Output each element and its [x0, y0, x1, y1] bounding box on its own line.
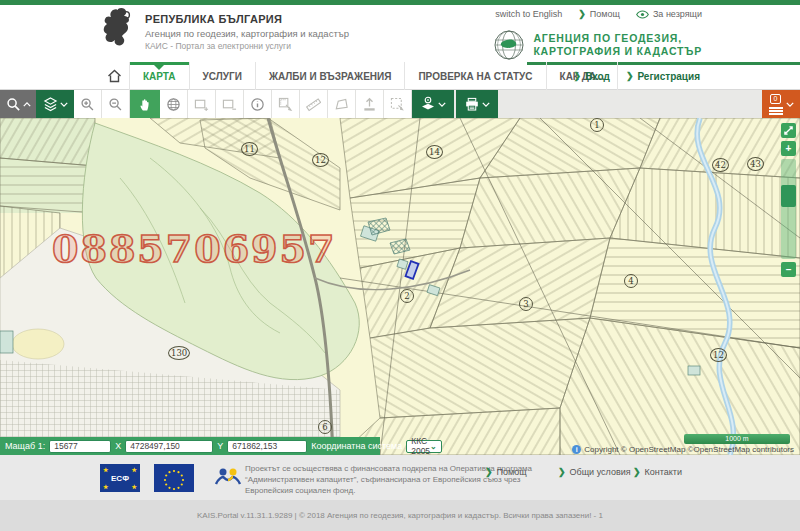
map-sheet-number: 11	[241, 142, 258, 156]
map-sheet-number: 3	[519, 297, 533, 311]
x-coordinate-input[interactable]	[125, 440, 213, 453]
footer-help-link[interactable]: ❯Помощ	[485, 467, 527, 477]
globe-button[interactable]	[160, 90, 188, 118]
hand-pan-icon	[138, 97, 153, 112]
info-layers-button[interactable]	[412, 90, 454, 118]
chevron-down-icon	[60, 102, 68, 107]
map-sheet-number: 14	[426, 145, 443, 159]
header-top-links: switch to English ❯Помощ За незрящи	[495, 9, 702, 19]
help-link[interactable]: ❯Помощ	[578, 9, 620, 19]
zoom-box-in-button[interactable]	[188, 90, 216, 118]
measure-select-button[interactable]	[272, 90, 300, 118]
footer: ★★ ЕСФ ★★ Проектът се осъществява с фина…	[0, 455, 800, 531]
cadastral-map-canvas	[0, 118, 800, 455]
crs-select[interactable]: ККС 2005 ⌄	[406, 440, 442, 453]
chevron-up-icon	[23, 102, 31, 107]
tab-uslugi[interactable]: УСЛУГИ	[190, 62, 256, 90]
zoom-in-icon	[80, 97, 95, 112]
globe-icon	[166, 97, 181, 112]
map-scalebar: 1000 m	[684, 434, 790, 444]
crs-label: Координатна система	[311, 441, 402, 451]
chevron-right-icon: ❯	[578, 10, 586, 19]
register-link[interactable]: ❯Регистрация	[626, 71, 700, 82]
home-icon	[107, 69, 122, 83]
main-nav: КАРТА УСЛУГИ ЖАЛБИ И ВЪЗРАЖЕНИЯ ПРОВЕРКА…	[0, 62, 800, 90]
search-icon	[6, 97, 21, 112]
chevron-right-icon: ❯	[626, 72, 634, 81]
scale-label: Мащаб 1:	[5, 441, 45, 451]
zoom-box-out-button[interactable]	[216, 90, 244, 118]
accessibility-link[interactable]: За незрящи	[636, 9, 702, 19]
upload-icon	[362, 97, 377, 112]
home-button[interactable]	[100, 62, 130, 90]
scale-input[interactable]	[49, 440, 111, 453]
footer-logos: ★★ ЕСФ ★★	[100, 464, 248, 492]
footer-contacts-link[interactable]: ❯Контакти	[633, 467, 682, 477]
auth-links: ❯Вход ❯Регистрация	[574, 62, 700, 90]
measure-area-button[interactable]	[328, 90, 356, 118]
expand-icon	[784, 126, 793, 135]
search-button[interactable]	[0, 90, 36, 118]
kais-portal-page: РЕПУБЛИКА БЪЛГАРИЯ Агенция по геодезия, …	[0, 0, 800, 531]
feature-info-button[interactable]	[244, 90, 272, 118]
zoom-out-map-button[interactable]: –	[781, 262, 796, 277]
footer-terms-link[interactable]: ❯Общи условия	[558, 467, 631, 477]
notifications-icon: 0	[769, 94, 783, 115]
zoom-in-button[interactable]	[74, 90, 102, 118]
portal-subtitle: КАИС - Портал за електронни услуги	[145, 41, 349, 51]
select-features-button[interactable]	[384, 90, 412, 118]
notification-badge: 0	[770, 94, 782, 104]
print-button[interactable]	[456, 90, 498, 118]
tab-proverka-status[interactable]: ПРОВЕРКА НА СТАТУС	[405, 62, 546, 90]
chevron-right-icon: ❯	[633, 468, 641, 477]
map-sheet-number: 4	[624, 274, 638, 288]
x-label: X	[115, 441, 121, 451]
y-coordinate-input[interactable]	[227, 440, 307, 453]
layers-button[interactable]	[36, 90, 74, 118]
tab-karta[interactable]: КАРТА	[130, 62, 190, 90]
zoom-in-map-button[interactable]: +	[781, 141, 796, 156]
brand-block: РЕПУБЛИКА БЪЛГАРИЯ Агенция по геодезия, …	[100, 7, 349, 51]
republic-title: РЕПУБЛИКА БЪЛГАРИЯ	[145, 13, 349, 25]
switch-to-english-link[interactable]: switch to English	[495, 9, 562, 19]
login-link[interactable]: ❯Вход	[574, 71, 610, 82]
agency-logo: АГЕНЦИЯ ПО ГЕОДЕЗИЯ, КАРТОГРАФИЯ И КАДАС…	[493, 29, 702, 61]
chevron-right-icon: ❯	[485, 468, 493, 477]
ruler-icon	[306, 97, 321, 112]
map-sheet-number: 130	[168, 346, 190, 360]
measure-distance-button[interactable]	[300, 90, 328, 118]
eye-icon	[636, 10, 649, 19]
zoom-out-button[interactable]	[102, 90, 130, 118]
version-text: KAIS.Portal v.11.31.1.9289 | © 2018 Аген…	[197, 511, 603, 520]
map-sheet-number: 6	[318, 420, 332, 434]
chevron-down-icon	[786, 102, 794, 107]
esf-logo: ★★ ЕСФ ★★	[100, 464, 140, 492]
layers-icon	[43, 97, 58, 112]
map-toolbar: 0	[0, 90, 800, 118]
eu-flag-logo	[154, 464, 194, 492]
pan-button[interactable]	[130, 90, 160, 118]
agency-subtitle: Агенция по геодезия, картография и кадас…	[145, 28, 349, 39]
globe-logo-icon	[493, 29, 525, 61]
chevron-down-icon: ⌄	[430, 442, 437, 451]
zoom-slider-handle[interactable]	[781, 185, 796, 207]
printer-icon	[464, 97, 480, 112]
fullscreen-button[interactable]	[781, 123, 796, 138]
upload-button[interactable]	[356, 90, 384, 118]
chevron-down-icon	[438, 102, 446, 107]
brand-text: РЕПУБЛИКА БЪЛГАРИЯ Агенция по геодезия, …	[145, 7, 349, 51]
map-sheet-number: 12	[710, 348, 727, 362]
chevron-right-icon: ❯	[558, 468, 566, 477]
rect-plus-icon	[194, 97, 209, 112]
zoom-slider-track[interactable]	[781, 159, 796, 259]
chevron-right-icon: ❯	[574, 72, 582, 81]
coat-of-arms-logo	[100, 7, 136, 49]
map-viewport[interactable]: 0885706957 11 12 14 1 42 43 4 12 2 3 130…	[0, 118, 800, 455]
tab-zhalbi[interactable]: ЖАЛБИ И ВЪЗРАЖЕНИЯ	[256, 62, 406, 90]
map-attribution: i Copyright © OpenStreetMap ©OpenStreetM…	[572, 445, 794, 454]
map-sheet-number: 1	[590, 118, 604, 132]
notifications-button[interactable]: 0	[762, 90, 800, 118]
map-sheet-number: 2	[400, 289, 414, 303]
info-layers-icon	[420, 96, 436, 112]
agency-logo-text: АГЕНЦИЯ ПО ГЕОДЕЗИЯ, КАРТОГРАФИЯ И КАДАС…	[533, 32, 702, 58]
